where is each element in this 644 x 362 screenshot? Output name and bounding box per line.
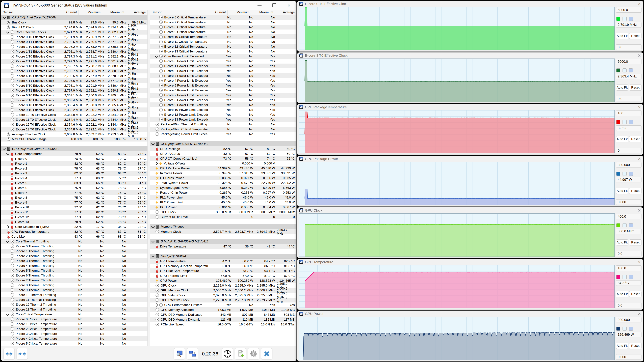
sensor-row[interactable]: CPU Package Power44.997 W43.436 W45.638 …	[150, 166, 296, 171]
grid-color-swatch[interactable]	[629, 68, 633, 72]
sensor-row[interactable]: Bus Clock99.8 MHz99.8 MHz99.8 MHz99.8 MH…	[1, 20, 148, 25]
sensor-row[interactable]: GPU Memory Allocated1,063 MB1,027 MB1,06…	[150, 307, 296, 312]
sensor-row[interactable]: P-core 1 Critical TemperatureNoNoNo	[1, 322, 148, 327]
sensor-row[interactable]: Drive Temperature47 °C36 °C47 °C44 °C	[150, 244, 296, 249]
expand-arrow-icon[interactable]	[151, 142, 155, 145]
sensor-row[interactable]: CPU IA Cores82 °C67 °C83 °C80 °C	[150, 151, 296, 156]
background-color-swatch[interactable]	[622, 68, 626, 72]
sensor-row[interactable]: E-core 7 Critical TemperatureNoNoNo	[150, 20, 296, 25]
sensor-group-row[interactable]: S.M.A.R.T.: SAMSUNG MZVL41T0HBL...	[150, 239, 296, 244]
sensor-row[interactable]: P-core 5 Thermal ThrottlingNoNoNo	[1, 268, 148, 273]
sensor-row[interactable]: P-core 0 Power Limit ExceededYesNoYes	[150, 59, 296, 63]
expand-arrow-icon[interactable]	[155, 162, 158, 165]
sensor-row[interactable]: Core Effective Clocks2,621.2 MHz2,292.1 …	[1, 30, 148, 34]
sensor-row[interactable]: P-core 1 T0 Effective Clock2,796.2 MHz2,…	[1, 44, 148, 49]
sensor-row[interactable]: E-core 6 Thermal ThrottlingNoNoNo	[1, 273, 148, 278]
sensor-group-row[interactable]: CPU [#0]: Intel Core i7-13700H	[1, 15, 148, 20]
maximize-button[interactable]	[267, 1, 282, 10]
sensor-row[interactable]: GPU Clock300.0 MHz300.0 MHz300.0 MHz300.…	[150, 210, 296, 214]
sensor-row[interactable]: E-core 6 Power Limit ExceededYesNoYes	[150, 88, 296, 93]
sensor-row[interactable]: GPU Temperature84.2 °C66.2 °C84.7 °C82.2…	[150, 259, 296, 264]
sensor-row[interactable]: P-core 3 Power Limit ExceededYesNoYes	[150, 73, 296, 78]
sensor-row[interactable]: GPU Memory Junction Temperature82.0 °C66…	[150, 264, 296, 269]
graph-titlebar[interactable]: GPU Power×	[297, 311, 643, 317]
sensor-row[interactable]: GT Cores Power0.035 W0.027 W0.066 W0.035…	[150, 176, 296, 180]
column-header-minimum[interactable]: Minimum	[78, 10, 102, 15]
sensor-row[interactable]: P-core 2 T1 Effective Clock2,797.3 MHz2,…	[1, 59, 148, 64]
background-color-swatch[interactable]	[622, 120, 626, 124]
sensor-row[interactable]: P-core 2 Critical TemperatureNoNoNo	[1, 327, 148, 331]
sensor-row[interactable]: E-core 6 Critical TemperatureNoNoNo	[150, 15, 296, 20]
sensor-row[interactable]: Total System Power22.328 W20.476 W22.779…	[150, 180, 296, 185]
graph-close-icon[interactable]: ×	[638, 156, 641, 161]
line-color-swatch[interactable]	[616, 17, 620, 21]
sensor-row[interactable]: E-core 8 Power Limit ExceededYesNoYes	[150, 98, 296, 102]
column-header-current[interactable]: Current	[52, 10, 78, 15]
sensor-row[interactable]: E-core 12 Critical TemperatureNoNoNo	[150, 44, 296, 49]
sensor-row[interactable]: E-core 10 Thermal ThrottlingNoNoNo	[1, 292, 148, 297]
sensor-row[interactable]: GPU D3D Memory Dynamic123 MB110 MB132 MB…	[150, 317, 296, 322]
line-color-swatch[interactable]	[616, 275, 620, 279]
grid-color-swatch[interactable]	[629, 223, 633, 227]
sensor-row[interactable]: E-core 10 Power Limit ExceededYesNoYes	[150, 107, 296, 112]
sensor-row[interactable]: Core Thermal ThrottlingNoNoNo	[1, 239, 148, 244]
column-header-average[interactable]: Average	[126, 10, 148, 15]
grid-color-swatch[interactable]	[629, 275, 633, 279]
settings-button[interactable]	[248, 348, 259, 359]
graph-close-icon[interactable]: ×	[638, 53, 641, 58]
sensor-row[interactable]: E-core 8 Critical TemperatureNoNoNo	[150, 25, 296, 29]
sensor-row[interactable]: P-core 278 °C63 °C79 °C77 °C	[1, 166, 148, 171]
line-color-swatch[interactable]	[616, 172, 620, 176]
sensor-row[interactable]: P-core 382 °C66 °C83 °C80 °C	[1, 171, 148, 176]
expand-arrow-icon[interactable]	[6, 225, 10, 229]
sensor-row[interactable]: E-core 1277 °C62 °C78 °C76 °C	[1, 215, 148, 220]
reset-button[interactable]: Reset	[629, 33, 642, 39]
sensor-row[interactable]: P-core 4 Critical TemperatureNoNoNo	[1, 336, 148, 341]
expand-arrow-icon[interactable]	[6, 313, 10, 316]
grid-color-swatch[interactable]	[629, 327, 633, 331]
sensor-row[interactable]: E-core 10 Critical TemperatureNoNoNo	[150, 34, 296, 39]
sensor-row[interactable]: E-core 977 °C61 °C77 °C75 °C	[1, 200, 148, 205]
list-scrollbar[interactable]	[148, 10, 150, 346]
sensor-row[interactable]: Core Power Limit ExceededYesNoYes	[150, 54, 296, 59]
sensor-row[interactable]: CPU Package82 °C67 °C83 °C80 °C	[150, 146, 296, 151]
sensor-row[interactable]: GPU Hot Spot Temperature93.5 °C73.7 °C94…	[150, 269, 296, 273]
column-header-current[interactable]: Current	[201, 10, 228, 15]
grid-color-swatch[interactable]	[629, 17, 633, 21]
sensor-group-row[interactable]: Memory Timings	[150, 224, 296, 229]
sensor-row[interactable]: E-core 7 T0 Effective Clock2,363.4 MHz2,…	[1, 98, 148, 103]
line-color-swatch[interactable]	[616, 327, 620, 331]
report-button[interactable]	[235, 348, 246, 359]
remote-sensors-button[interactable]	[187, 348, 198, 359]
collapse-columns-button[interactable]	[16, 348, 28, 359]
auto-fit-button[interactable]: Auto Fit	[616, 239, 628, 246]
close-button[interactable]: ×	[282, 1, 296, 10]
expand-arrow-icon[interactable]	[3, 15, 6, 19]
expand-arrow-icon[interactable]	[155, 303, 158, 307]
sensor-row[interactable]: GPU Thermal Limit87.0 °C87.0 °C87.0 °C87…	[150, 273, 296, 278]
background-color-swatch[interactable]	[622, 275, 626, 279]
reset-button[interactable]: Reset	[629, 343, 642, 349]
sensor-row[interactable]: E-core 13 T0 Effective Clock2,354.8 MHz2…	[1, 127, 148, 132]
sensor-row[interactable]: E-core 7 Thermal ThrottlingNoNoNo	[1, 278, 148, 283]
column-header-sensor[interactable]: Sensor	[150, 10, 201, 15]
sensor-row[interactable]: Memory Clock2,593.7 MHz2,593.7 MHz2,594.…	[150, 229, 296, 234]
sensor-row[interactable]: E-core 9 T0 Effective Clock2,363.2 MHz2,…	[1, 107, 148, 112]
sensor-row[interactable]: IA Cores Power38.349 W37.319 W39.591 W38…	[150, 171, 296, 176]
sensor-row[interactable]: GPU Performance LimitersYesNoYesYes	[150, 303, 296, 307]
sensor-row[interactable]: P-core 3 Critical TemperatureNoNoNo	[1, 331, 148, 336]
sensor-row[interactable]: Package/Ring Critical TemperatureNoNoNo	[150, 127, 296, 132]
column-header-maximum[interactable]: Maximum	[251, 10, 275, 15]
sensor-row[interactable]: Core Max83 °C66 °C83 °C81 °C	[1, 234, 148, 239]
sensor-row[interactable]: E-core 13 Critical TemperatureNoNoNo	[150, 49, 296, 54]
sensor-row[interactable]: E-core 1177 °C62 °C78 °C76 °C	[1, 210, 148, 215]
sensor-row[interactable]: PL1 Power Limit45.0 W45.0 W45.0 W45.0 W	[150, 195, 296, 200]
reset-button[interactable]: Reset	[629, 84, 642, 90]
sensor-row[interactable]: P-core 5 Power Limit ExceededYesNoYes	[150, 83, 296, 88]
sensor-row[interactable]: P-core 1 T1 Effective Clock2,796.1 MHz2,…	[1, 49, 148, 54]
sensor-row[interactable]: Average Effective Clock2,687.8 MHz2,669.…	[1, 132, 148, 137]
graph-close-icon[interactable]: ×	[638, 1, 641, 6]
sensor-group-row[interactable]: GPU [#1]: NVIDIA:	[150, 254, 296, 259]
sensor-row[interactable]: P-core 0 T0 Effective Clock2,791.9 MHz2,…	[1, 34, 148, 39]
sensor-row[interactable]: E-core 12 Thermal ThrottlingNoNoNo	[1, 302, 148, 307]
